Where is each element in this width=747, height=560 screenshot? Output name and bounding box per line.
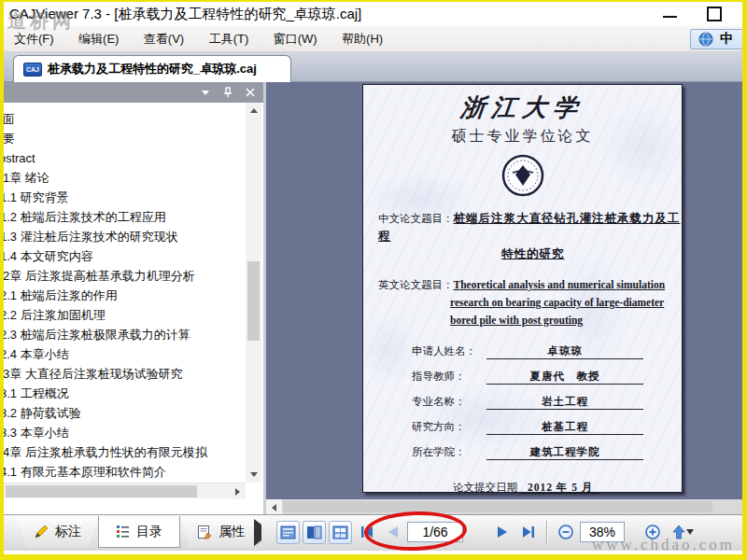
english-title-line1: Theoretical analysis and numerical simul… xyxy=(454,279,666,290)
toc-item[interactable]: 3.1 工程概况 xyxy=(4,384,246,403)
zoom-in-button[interactable] xyxy=(641,521,664,544)
menu-edit[interactable]: 编辑(E) xyxy=(68,26,129,51)
field-value: 岩土工程 xyxy=(486,395,643,410)
toc-vertical-scrollbar[interactable] xyxy=(246,103,261,483)
previous-page-button[interactable] xyxy=(381,521,404,544)
tab-properties[interactable]: 属性 xyxy=(180,516,261,548)
toc-item[interactable]: 1.2 桩端后注浆技术的工程应用 xyxy=(4,207,246,227)
list-icon xyxy=(116,525,130,539)
university-name: 浙江大学 xyxy=(361,91,684,124)
menu-bar: 文件(F) 编辑(E) 查看(V) 工具(T) 窗口(W) 帮助(H) 中 xyxy=(4,26,742,52)
toc-item[interactable]: 2.4 本章小结 xyxy=(4,344,246,364)
toolbar-separator xyxy=(546,521,547,543)
document-viewport[interactable]: 浙江大学 硕士专业学位论文 中文论文题目：桩端后注浆大直径钻孔灌注桩承载力及工程… xyxy=(263,82,742,514)
page-up-dropdown-button[interactable] xyxy=(667,521,698,544)
continuous-view-button[interactable] xyxy=(329,521,352,544)
properties-icon xyxy=(197,525,212,539)
chinese-title-label: 中文论文题目： xyxy=(378,213,454,224)
document-page: 浙江大学 硕士专业学位论文 中文论文题目：桩端后注浆大直径钻孔灌注桩承载力及工程… xyxy=(362,84,683,493)
zoom-out-icon xyxy=(557,524,574,540)
facing-pages-view-icon xyxy=(306,525,322,539)
toc-item[interactable]: 3.3 本章小结 xyxy=(4,423,246,442)
menu-tools[interactable]: 工具(T) xyxy=(199,26,260,51)
toc-item[interactable]: 第1章 绪论 xyxy=(4,168,246,188)
menu-file[interactable]: 文件(F) xyxy=(4,26,64,51)
toc-item[interactable]: 1.4 本文研究内容 xyxy=(4,246,246,266)
english-title-line2: research on bearing capacity of large-di… xyxy=(450,294,682,312)
english-title-label: 英文论文题目： xyxy=(378,279,454,290)
first-page-icon xyxy=(359,525,374,539)
field-value: 夏唐代 教授 xyxy=(486,370,643,385)
arrow-left-icon xyxy=(272,504,276,511)
toc-item[interactable]: 1.3 灌注桩后注浆技术的研究现状 xyxy=(4,227,246,246)
toc-item[interactable]: 1.1 研究背景 xyxy=(4,188,246,207)
menu-help[interactable]: 帮助(H) xyxy=(331,26,393,51)
field-value: 卓琼琼 xyxy=(486,344,643,359)
toc-item[interactable]: 2.2 后注浆加固机理 xyxy=(4,305,246,325)
tab-annotations[interactable]: 标注 xyxy=(17,516,98,548)
first-page-button[interactable] xyxy=(355,521,378,544)
maximize-button[interactable] xyxy=(707,7,722,21)
scroll-thumb[interactable] xyxy=(247,261,260,341)
next-page-button[interactable] xyxy=(490,521,514,544)
last-page-button[interactable] xyxy=(516,521,540,544)
document-tab[interactable]: CAJ 桩承载力及工程特性的研究_卓琼琼.caj xyxy=(13,55,291,82)
field-major: 专业名称： 岩土工程 xyxy=(412,395,682,410)
toc-item[interactable]: 封面 xyxy=(4,109,246,129)
scroll-up-button[interactable] xyxy=(246,103,261,119)
minimize-button[interactable] xyxy=(663,16,677,18)
panel-pin-icon[interactable] xyxy=(222,87,233,98)
page-indicator-field[interactable]: 1/66 xyxy=(407,522,463,542)
more-tabs-button[interactable] xyxy=(254,525,261,541)
toc-item[interactable]: 2.3 桩端后注浆桩极限承载力的计算 xyxy=(4,325,246,344)
toc-item[interactable]: 第3章 大直径后注浆桩现场试验研究 xyxy=(4,364,246,384)
sidebar-tab-strip: 标注 目录 属性 xyxy=(17,516,261,548)
chevron-down-icon xyxy=(686,529,694,535)
zoom-in-icon xyxy=(644,524,661,540)
tab-annotations-label: 标注 xyxy=(55,524,81,540)
field-value: 建筑工程学院 xyxy=(486,445,643,460)
field-label: 指导教师： xyxy=(412,370,486,385)
toc-item[interactable]: 第2章 后注浆提高桩基承载力机理分析 xyxy=(4,266,246,286)
toc-item[interactable]: 3.2 静荷载试验 xyxy=(4,403,246,423)
chinese-title-block: 中文论文题目：桩端后注浆大直径钻孔灌注桩承载力及工程 特性的研究 xyxy=(378,210,682,263)
toc-item[interactable]: Abstract xyxy=(4,148,246,168)
panel-close-icon[interactable] xyxy=(245,87,256,98)
english-title-line3: bored pile with post grouting xyxy=(450,312,682,329)
tab-contents-label: 目录 xyxy=(136,524,162,540)
submit-date-label: 论文提交日期 xyxy=(453,482,517,493)
menu-view[interactable]: 查看(V) xyxy=(134,26,194,51)
arrow-right-icon xyxy=(254,519,261,546)
tab-contents[interactable]: 目录 xyxy=(98,516,180,548)
document-horizontal-scrollbar[interactable] xyxy=(266,499,742,514)
field-college: 所在学院： 建筑工程学院 xyxy=(412,445,682,460)
scroll-down-button[interactable] xyxy=(246,467,261,483)
document-tab-bar: CAJ 桩承载力及工程特性的研究_卓琼琼.caj xyxy=(4,52,742,82)
arrow-right-icon xyxy=(235,488,240,496)
scroll-thumb[interactable] xyxy=(6,485,197,497)
toc-list: 封面 摘要 Abstract 第1章 绪论 1.1 研究背景 1.2 桩端后注浆… xyxy=(4,103,246,482)
screenshot-frame: CAJViewer 7.3 - [桩承载力及工程特性的研究_卓琼琼.caj] 道… xyxy=(0,0,747,560)
title-bar: CAJViewer 7.3 - [桩承载力及工程特性的研究_卓琼琼.caj] xyxy=(4,2,742,26)
toc-item[interactable]: 第4章 后注浆桩承载力性状的有限元模拟 xyxy=(4,442,246,462)
toc-tree: 封面 摘要 Abstract 第1章 绪论 1.1 研究背景 1.2 桩端后注浆… xyxy=(4,103,246,483)
caj-file-icon: CAJ xyxy=(23,63,42,77)
toc-item[interactable]: 摘要 xyxy=(4,129,246,148)
single-page-view-button[interactable] xyxy=(276,521,300,544)
field-applicant: 申请人姓名： 卓琼琼 xyxy=(412,344,682,359)
toc-item[interactable]: 2.1 桩端后注浆的作用 xyxy=(4,286,246,305)
field-label: 所在学院： xyxy=(412,445,486,460)
toc-horizontal-scrollbar[interactable] xyxy=(4,483,246,498)
facing-pages-view-button[interactable] xyxy=(303,521,326,544)
submit-date-row: 论文提交日期 2012 年 5 月 xyxy=(453,481,682,495)
scroll-thumb[interactable] xyxy=(283,501,712,512)
scroll-left-button[interactable] xyxy=(266,499,282,515)
menu-window[interactable]: 窗口(W) xyxy=(263,26,328,51)
field-research-direction: 研究方向： 桩基工程 xyxy=(412,420,682,435)
panel-menu-chevron-icon[interactable] xyxy=(200,87,211,98)
toc-item[interactable]: 4.1 有限元基本原理和软件简介 xyxy=(4,462,246,482)
zoom-out-button[interactable] xyxy=(554,521,577,544)
scroll-right-button[interactable] xyxy=(230,483,246,499)
zoom-level-field[interactable]: 38% xyxy=(580,522,625,542)
language-bar[interactable]: 中 xyxy=(690,29,742,49)
